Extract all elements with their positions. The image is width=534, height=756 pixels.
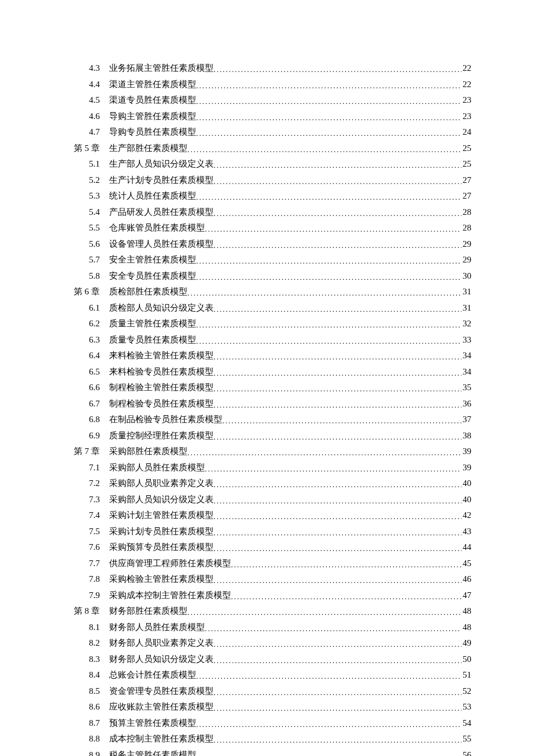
- toc-number: 4.5: [63, 96, 109, 105]
- toc-page-number: 46: [461, 575, 471, 584]
- toc-page-number: 22: [461, 80, 471, 89]
- toc-entry: 6.1质检部人员知识分级定义表31: [63, 304, 471, 312]
- toc-number: 第 6 章: [63, 287, 109, 296]
- toc-title: 设备管理人员胜任素质模型: [109, 240, 214, 249]
- toc-page-number: 28: [461, 208, 471, 217]
- toc-entry: 4.3业务拓展主管胜任素质模型22: [63, 64, 471, 73]
- toc-number: 6.7: [63, 399, 109, 408]
- toc-title: 预算主管胜任素质模型: [109, 719, 196, 728]
- toc-leader-dots: [214, 401, 461, 409]
- toc-entry: 第 6 章质检部胜任素质模型31: [63, 287, 471, 296]
- toc-entry: 5.1生产部人员知识分级定义表25: [63, 160, 471, 168]
- toc-title: 供应商管理工程师胜任素质模型: [109, 559, 231, 568]
- toc-entry: 8.6应收账款主管胜任素质模型53: [63, 703, 471, 711]
- toc-title: 财务部人员胜任素质模型: [109, 623, 205, 632]
- toc-title: 质量控制经理胜任素质模型: [109, 431, 214, 440]
- toc-leader-dots: [205, 625, 461, 632]
- toc-number: 5.2: [63, 176, 109, 185]
- toc-page-number: 40: [461, 479, 471, 488]
- toc-number: 第 8 章: [63, 607, 109, 615]
- toc-leader-dots: [231, 561, 461, 568]
- toc-page-number: 49: [461, 639, 471, 647]
- toc-title: 质检部人员知识分级定义表: [109, 304, 214, 312]
- toc-number: 7.5: [63, 527, 109, 536]
- toc-entry: 8.8成本控制主管胜任素质模型55: [63, 735, 471, 743]
- toc-page-number: 23: [461, 112, 471, 121]
- toc-entry: 4.5渠道专员胜任素质模型23: [63, 96, 471, 105]
- toc-page-number: 50: [461, 655, 471, 664]
- toc-leader-dots: [214, 640, 461, 648]
- toc-entry: 7.1采购部人员胜任素质模型39: [63, 463, 471, 472]
- toc-leader-dots: [196, 753, 461, 757]
- toc-page-number: 40: [461, 495, 471, 504]
- toc-page-number: 36: [461, 399, 471, 408]
- toc-leader-dots: [187, 146, 461, 153]
- toc-title: 仓库账管员胜任素质模型: [109, 224, 205, 232]
- toc-leader-dots: [214, 657, 461, 664]
- toc-leader-dots: [214, 513, 461, 520]
- toc-title: 渠道主管胜任素质模型: [109, 80, 196, 89]
- toc-page-number: 22: [461, 64, 471, 73]
- toc-leader-dots: [205, 225, 461, 233]
- toc-entry: 7.9采购成本控制主管胜任素质模型47: [63, 591, 471, 600]
- toc-title: 来料检验主管胜任素质模型: [109, 351, 214, 360]
- toc-page-number: 53: [461, 703, 471, 711]
- toc-entry: 7.3采购部人员知识分级定义表40: [63, 495, 471, 504]
- toc-page-number: 43: [461, 527, 471, 536]
- toc-title: 业务拓展主管胜任素质模型: [109, 64, 214, 73]
- toc-title: 在制品检验专员胜任素质模型: [109, 415, 222, 424]
- toc-entry: 6.4来料检验主管胜任素质模型34: [63, 351, 471, 360]
- toc-page-number: 39: [461, 463, 471, 472]
- toc-title: 质量专员胜任素质模型: [109, 336, 196, 344]
- toc-title: 财务部人员职业素养定义表: [109, 639, 214, 647]
- toc-number: 8.6: [63, 703, 109, 711]
- toc-title: 采购计划主管胜任素质模型: [109, 511, 214, 520]
- toc-number: 8.5: [63, 687, 109, 696]
- toc-number: 6.9: [63, 431, 109, 440]
- toc-entry: 7.7供应商管理工程师胜任素质模型45: [63, 559, 471, 568]
- toc-title: 导购专员胜任素质模型: [109, 128, 196, 136]
- toc-number: 7.3: [63, 495, 109, 504]
- toc-title: 统计人员胜任素质模型: [109, 192, 196, 200]
- toc-leader-dots: [231, 593, 461, 600]
- toc-leader-dots: [196, 129, 461, 137]
- toc-number: 5.6: [63, 240, 109, 249]
- toc-number: 8.2: [63, 639, 109, 647]
- toc-entry: 8.4总账会计胜任素质模型51: [63, 671, 471, 679]
- toc-leader-dots: [196, 193, 461, 201]
- toc-leader-dots: [187, 449, 461, 456]
- toc-leader-dots: [196, 672, 461, 680]
- toc-leader-dots: [214, 369, 461, 377]
- toc-title: 采购部人员知识分级定义表: [109, 495, 214, 504]
- toc-number: 6.8: [63, 415, 109, 424]
- toc-page-number: 33: [461, 336, 471, 344]
- toc-number: 5.8: [63, 272, 109, 280]
- toc-title: 采购成本控制主管胜任素质模型: [109, 591, 231, 600]
- toc-title: 制程检验主管胜任素质模型: [109, 383, 214, 392]
- toc-entry: 5.8安全专员胜任素质模型30: [63, 272, 471, 280]
- toc-number: 8.8: [63, 735, 109, 743]
- toc-leader-dots: [214, 66, 461, 73]
- toc-number: 8.1: [63, 623, 109, 632]
- toc-entry: 7.4采购计划主管胜任素质模型42: [63, 511, 471, 520]
- toc-entry: 6.6制程检验主管胜任素质模型35: [63, 383, 471, 392]
- toc-number: 4.7: [63, 128, 109, 136]
- toc-page-number: 42: [461, 511, 471, 520]
- toc-page-number: 48: [461, 607, 471, 615]
- toc-number: 7.8: [63, 575, 109, 584]
- toc-title: 应收账款主管胜任素质模型: [109, 703, 214, 711]
- toc-page-number: 48: [461, 623, 471, 632]
- toc-page-number: 45: [461, 559, 471, 568]
- toc-number: 8.9: [63, 751, 109, 757]
- toc-title: 税务主管胜任素质模型: [109, 751, 196, 757]
- toc-leader-dots: [196, 98, 461, 105]
- toc-page-number: 44: [461, 543, 471, 552]
- toc-entry: 4.6导购主管胜任素质模型23: [63, 112, 471, 121]
- toc-page-number: 34: [461, 351, 471, 360]
- toc-entry: 5.4产品研发人员胜任素质模型28: [63, 208, 471, 217]
- toc-title: 财务部人员知识分级定义表: [109, 655, 214, 664]
- toc-page-number: 52: [461, 687, 471, 696]
- toc-number: 4.6: [63, 112, 109, 121]
- toc-number: 5.1: [63, 160, 109, 168]
- toc-page-number: 38: [461, 431, 471, 440]
